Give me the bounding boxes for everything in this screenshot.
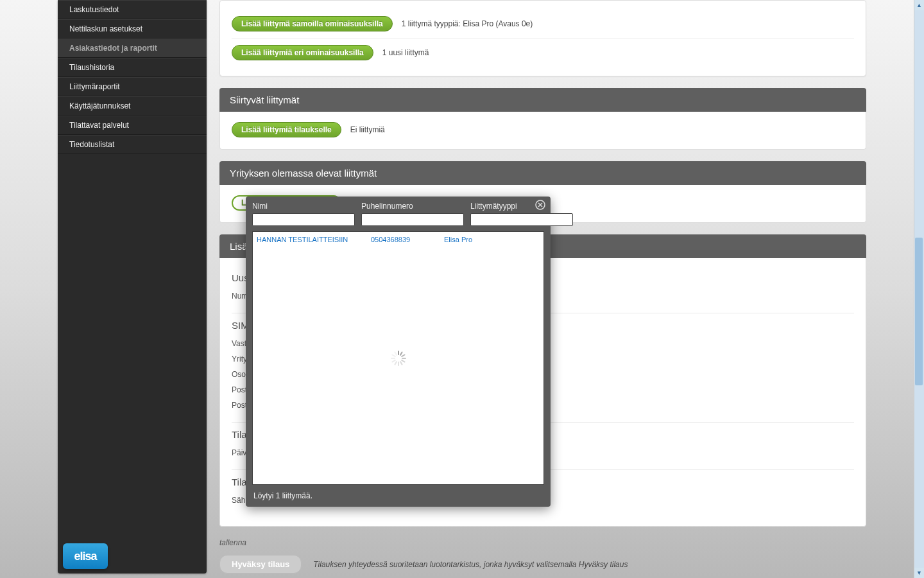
scroll-down-button[interactable]: ▼ <box>914 568 924 578</box>
vertical-scrollbar[interactable]: ▲ ▼ <box>914 0 924 578</box>
result-phone-link[interactable]: 0504368839 <box>371 236 410 243</box>
existing-subscriptions-header: Yrityksen olemassa olevat liittymät <box>219 161 866 185</box>
popup-close-button[interactable] <box>535 199 547 211</box>
elisa-logo-badge[interactable]: elisa <box>63 543 108 569</box>
different-features-summary: 1 uusi liittymä <box>382 48 429 57</box>
popup-name-input[interactable] <box>252 213 355 226</box>
svg-line-5 <box>402 360 404 362</box>
svg-line-2 <box>400 352 402 355</box>
approve-order-button[interactable]: Hyväksy tilaus <box>219 555 302 574</box>
svg-line-11 <box>392 355 395 356</box>
sidebar-item-nettilaskun-asetukset[interactable]: Nettilaskun asetukset <box>58 19 207 39</box>
popup-type-input[interactable] <box>470 213 573 226</box>
sidebar-item-kayttajatunnukset[interactable]: Käyttäjätunnukset <box>58 96 207 116</box>
transferring-none-text: Ei liittymiä <box>350 125 385 134</box>
result-row[interactable]: HANNAN TESTILAITTEISIIN 0504368839 Elisa… <box>253 232 543 246</box>
popup-phone-input[interactable] <box>361 213 464 226</box>
popup-col-phone-label: Puhelinnumero <box>361 202 464 211</box>
transferring-subscriptions-body: Lisää liittymiä tilaukselle Ei liittymiä <box>219 112 866 150</box>
transferring-subscriptions-header: Siirtyvät liittymät <box>219 88 866 112</box>
svg-line-6 <box>400 362 402 364</box>
popup-col-type-label: Liittymätyyppi <box>470 202 573 211</box>
close-icon <box>535 200 545 210</box>
sidebar-section-asiakastiedot: Asiakastiedot ja raportit <box>58 39 207 58</box>
popup-footer-count: Löytyi 1 liittymää. <box>246 485 551 507</box>
popup-col-name-label: Nimi <box>252 202 355 211</box>
scroll-up-button[interactable]: ▲ <box>914 0 924 10</box>
approve-order-disclaimer: Tilauksen yhteydessä suoritetaan luotont… <box>313 560 628 569</box>
sidebar-item-liittymaraportit[interactable]: Liittymäraportit <box>58 77 207 96</box>
loading-spinner-icon <box>389 349 407 367</box>
svg-line-3 <box>402 355 404 356</box>
subscription-picker-dialog: Nimi Puhelinnumero Liittymätyyppi HANNAN… <box>246 197 551 507</box>
svg-line-8 <box>395 362 397 364</box>
add-same-features-button[interactable]: Lisää liittymä samoilla ominaisuuksilla <box>232 16 393 31</box>
sidebar-item-tiedotuslistat[interactable]: Tiedotuslistat <box>58 135 207 154</box>
new-subscriptions-panel: Lisää liittymä samoilla ominaisuuksilla … <box>219 0 866 76</box>
result-type-link[interactable]: Elisa Pro <box>444 236 472 243</box>
scroll-thumb[interactable] <box>915 238 923 385</box>
add-different-features-button[interactable]: Lisää liittymiä eri ominaisuuksilla <box>232 45 373 60</box>
sidebar-item-tilattavat-palvelut[interactable]: Tilattavat palvelut <box>58 116 207 135</box>
result-name-link[interactable]: HANNAN TESTILAITTEISIIN <box>257 236 348 243</box>
svg-line-12 <box>395 352 397 355</box>
popup-results-list: HANNAN TESTILAITTEISIIN 0504368839 Elisa… <box>252 231 544 485</box>
svg-line-9 <box>392 360 395 362</box>
same-features-summary: 1 liittymä tyyppiä: Elisa Pro (Avaus 0e) <box>402 19 533 28</box>
sidebar: Laskutustiedot Nettilaskun asetukset Asi… <box>58 0 207 574</box>
save-note: tallenna <box>219 538 866 547</box>
sidebar-item-laskutustiedot[interactable]: Laskutustiedot <box>58 0 207 19</box>
add-to-order-button-transferring[interactable]: Lisää liittymiä tilaukselle <box>232 122 341 137</box>
sidebar-item-tilaushistoria[interactable]: Tilaushistoria <box>58 58 207 77</box>
